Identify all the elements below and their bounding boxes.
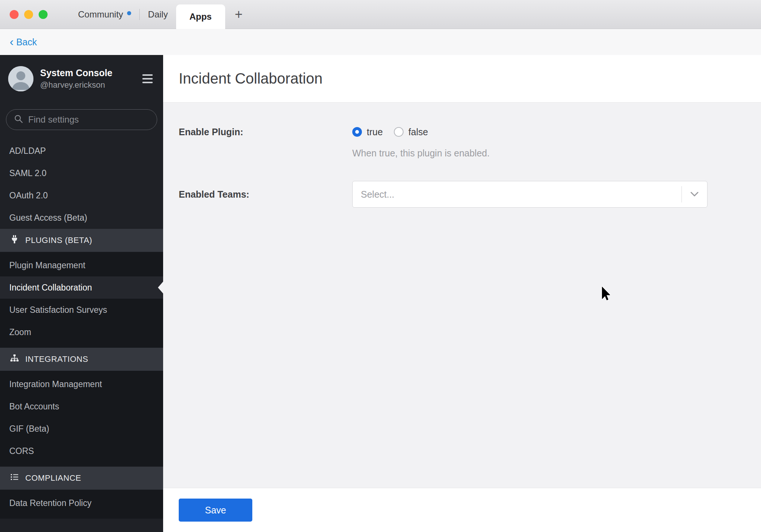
back-button[interactable]: ‹ Back bbox=[10, 37, 37, 48]
enabled-teams-label: Enabled Teams: bbox=[179, 181, 352, 208]
sidebar-item-bot-accounts[interactable]: Bot Accounts bbox=[0, 395, 163, 418]
enable-plugin-row: Enable Plugin: true false bbox=[163, 126, 761, 138]
enable-plugin-label: Enable Plugin: bbox=[179, 126, 352, 138]
search-icon bbox=[14, 114, 23, 125]
mouse-cursor bbox=[600, 286, 612, 302]
tab-apps-label: Apps bbox=[190, 12, 212, 22]
window-titlebar: Community Daily Apps + bbox=[0, 0, 761, 29]
tab-apps[interactable]: Apps bbox=[176, 4, 225, 29]
sidebar-item-gif[interactable]: GIF (Beta) bbox=[0, 418, 163, 440]
integrations-group: Integration Management Bot Accounts GIF … bbox=[0, 371, 163, 467]
main-panel: Incident Collaboration Enable Plugin: tr… bbox=[163, 55, 761, 532]
section-integrations-label: INTEGRATIONS bbox=[25, 354, 88, 364]
sidebar-item-user-satisfaction-surveys[interactable]: User Satisfaction Surveys bbox=[0, 299, 163, 321]
menu-icon[interactable] bbox=[142, 74, 153, 83]
radio-true[interactable] bbox=[352, 127, 362, 137]
sidebar-item-incident-collaboration[interactable]: Incident Collaboration bbox=[0, 276, 163, 299]
sidebar-item-plugin-management[interactable]: Plugin Management bbox=[0, 254, 163, 276]
plug-icon bbox=[10, 235, 19, 246]
profile-text: System Console @harvey.erickson bbox=[40, 68, 113, 90]
unread-dot-icon bbox=[127, 11, 131, 15]
radio-true-label[interactable]: true bbox=[367, 127, 383, 137]
tab-community[interactable]: Community bbox=[70, 0, 139, 29]
compliance-group: Data Retention Policy bbox=[0, 490, 163, 519]
minimize-window-button[interactable] bbox=[24, 10, 33, 19]
section-plugins: PLUGINS (BETA) bbox=[0, 229, 163, 252]
back-label: Back bbox=[16, 37, 37, 48]
section-plugins-label: PLUGINS (BETA) bbox=[25, 236, 92, 245]
sidebar-item-zoom[interactable]: Zoom bbox=[0, 321, 163, 343]
sidebar-item-integration-management[interactable]: Integration Management bbox=[0, 373, 163, 395]
section-compliance-label: COMPLIANCE bbox=[25, 473, 81, 483]
traffic-lights bbox=[10, 10, 48, 19]
enable-plugin-help-text: When true, this plugin is enabled. bbox=[352, 148, 761, 159]
admin-sidebar: System Console @harvey.erickson Find set… bbox=[0, 55, 163, 532]
back-bar: ‹ Back bbox=[0, 29, 761, 55]
sidebar-item-cors[interactable]: CORS bbox=[0, 440, 163, 462]
plugins-group: Plugin Management Incident Collaboration… bbox=[0, 252, 163, 348]
sidebar-item-saml[interactable]: SAML 2.0 bbox=[0, 162, 163, 184]
main-header: Incident Collaboration bbox=[163, 55, 761, 103]
page-title: Incident Collaboration bbox=[179, 70, 323, 87]
list-icon bbox=[10, 473, 19, 484]
avatar bbox=[8, 66, 33, 91]
sidebar-item-oauth[interactable]: OAuth 2.0 bbox=[0, 184, 163, 207]
footer-bar: Save bbox=[163, 488, 761, 532]
tab-daily[interactable]: Daily bbox=[140, 0, 176, 29]
sidebar-item-data-retention-policy[interactable]: Data Retention Policy bbox=[0, 492, 163, 514]
sidebar-item-guest-access[interactable]: Guest Access (Beta) bbox=[0, 207, 163, 229]
radio-false-label[interactable]: false bbox=[408, 127, 428, 137]
zoom-window-button[interactable] bbox=[39, 10, 48, 19]
find-settings-input[interactable]: Find settings bbox=[6, 109, 157, 130]
back-chevron-icon: ‹ bbox=[10, 36, 14, 48]
chevron-down-icon[interactable] bbox=[682, 191, 707, 197]
select-placeholder: Select... bbox=[353, 189, 681, 200]
search-placeholder: Find settings bbox=[28, 114, 79, 125]
save-button[interactable]: Save bbox=[179, 499, 252, 522]
console-title: System Console bbox=[40, 68, 113, 78]
tab-daily-label: Daily bbox=[148, 9, 168, 20]
new-tab-button[interactable]: + bbox=[225, 0, 252, 29]
section-compliance: COMPLIANCE bbox=[0, 467, 163, 490]
console-username: @harvey.erickson bbox=[40, 80, 113, 90]
enable-plugin-radio-group: true false bbox=[352, 126, 428, 138]
enabled-teams-select[interactable]: Select... bbox=[352, 181, 707, 208]
selected-item-arrow bbox=[158, 282, 163, 293]
tab-community-label: Community bbox=[78, 9, 123, 20]
radio-false[interactable] bbox=[394, 127, 404, 137]
app-window: Community Daily Apps + ‹ Back bbox=[0, 0, 761, 532]
section-integrations: INTEGRATIONS bbox=[0, 348, 163, 371]
sidebar-item-incident-collaboration-label: Incident Collaboration bbox=[9, 283, 92, 293]
sidebar-item-ad-ldap[interactable]: AD/LDAP bbox=[0, 140, 163, 162]
close-window-button[interactable] bbox=[10, 10, 19, 19]
tab-bar: Community Daily Apps + bbox=[70, 0, 252, 29]
sidebar-profile-header: System Console @harvey.erickson bbox=[0, 55, 163, 103]
enabled-teams-row: Enabled Teams: Select... bbox=[163, 181, 761, 208]
sitemap-icon bbox=[10, 354, 19, 365]
